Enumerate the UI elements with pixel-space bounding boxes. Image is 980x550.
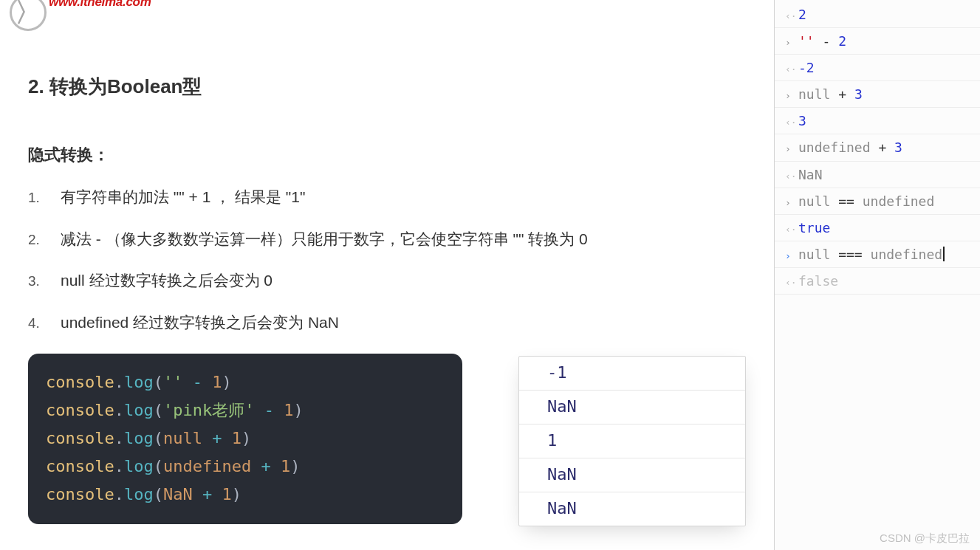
console-text: null + 3 (798, 81, 971, 107)
devtools-console[interactable]: ‹·2›'' - 2‹·-2›null + 3‹·3›undefined + 3… (774, 0, 980, 550)
console-arrow-icon: › (785, 86, 798, 105)
console-text: '' - 2 (798, 28, 971, 54)
code-line: console.log(NaN + 1) (46, 481, 445, 509)
console-input-row: ›null + 3 (775, 81, 980, 108)
code-block: console.log('' - 1)console.log('pink老师' … (28, 354, 462, 524)
console-text: undefined + 3 (798, 134, 971, 160)
console-output-row: ‹·-2 (775, 55, 980, 81)
console-arrow-icon: › (785, 247, 798, 265)
console-arrow-icon: ‹· (785, 60, 798, 78)
slide-content: 〉 www.itneima.com 2. 转换为Boolean型 隐式转换： 有… (0, 0, 774, 550)
list-item: 有字符串的加法 "" + 1 ， 结果是 "1" (28, 185, 746, 210)
code-line: console.log(null + 1) (46, 424, 445, 453)
console-input-row[interactable]: ›null === undefined (775, 241, 980, 268)
console-arrow-icon: › (785, 33, 798, 52)
output-table: -1NaN1NaNNaN (518, 356, 746, 526)
console-text: false (798, 268, 971, 294)
code-line: console.log(undefined + 1) (46, 453, 445, 481)
console-text: 2 (798, 1, 971, 27)
console-input-row: ›'' - 2 (775, 28, 980, 55)
console-output-row: ‹·NaN (775, 162, 980, 188)
console-arrow-icon: ‹· (785, 273, 798, 292)
console-text: NaN (798, 162, 971, 188)
section-title: 2. 转换为Boolean型 (28, 74, 746, 100)
console-text: -2 (798, 55, 971, 80)
list-item: 减法 - （像大多数数学运算一样）只能用于数字，它会使空字符串 "" 转换为 0 (28, 227, 746, 252)
logo-text: www.itneima.com (49, 0, 151, 10)
console-text: null == undefined (798, 188, 971, 214)
console-arrow-icon: ‹· (785, 7, 798, 25)
console-arrow-icon: › (785, 193, 798, 212)
console-text: null === undefined (798, 241, 971, 267)
console-output-row: ‹·false (775, 268, 980, 295)
code-line: console.log('pink老师' - 1) (46, 396, 445, 424)
logo-icon: 〉 (10, 0, 47, 31)
output-row: -1 (519, 357, 745, 391)
logo-bar: 〉 www.itneima.com (28, 0, 746, 10)
console-arrow-icon: › (785, 140, 798, 158)
watermark: CSDN @卡皮巴拉 (880, 532, 970, 546)
output-row: NaN (519, 391, 745, 424)
console-output-row: ‹·2 (775, 1, 980, 28)
console-input-row: ›null == undefined (775, 188, 980, 215)
console-arrow-icon: ‹· (785, 220, 798, 238)
list-item: undefined 经过数字转换之后会变为 NaN (28, 311, 746, 335)
numbered-list: 有字符串的加法 "" + 1 ， 结果是 "1" 减法 - （像大多数数学运算一… (28, 185, 746, 334)
output-row: 1 (519, 424, 745, 458)
output-row: NaN (519, 458, 745, 492)
code-line: console.log('' - 1) (46, 368, 445, 396)
console-arrow-icon: ‹· (785, 113, 798, 131)
console-text: true (798, 215, 971, 241)
output-row: NaN (519, 492, 745, 526)
console-output-row: ‹·3 (775, 108, 980, 134)
console-text: 3 (798, 108, 971, 134)
sub-title: 隐式转换： (28, 144, 746, 166)
list-item: null 经过数字转换之后会变为 0 (28, 269, 746, 293)
console-input-row: ›undefined + 3 (775, 134, 980, 161)
console-output-row: ‹·true (775, 215, 980, 241)
console-arrow-icon: ‹· (785, 167, 798, 185)
